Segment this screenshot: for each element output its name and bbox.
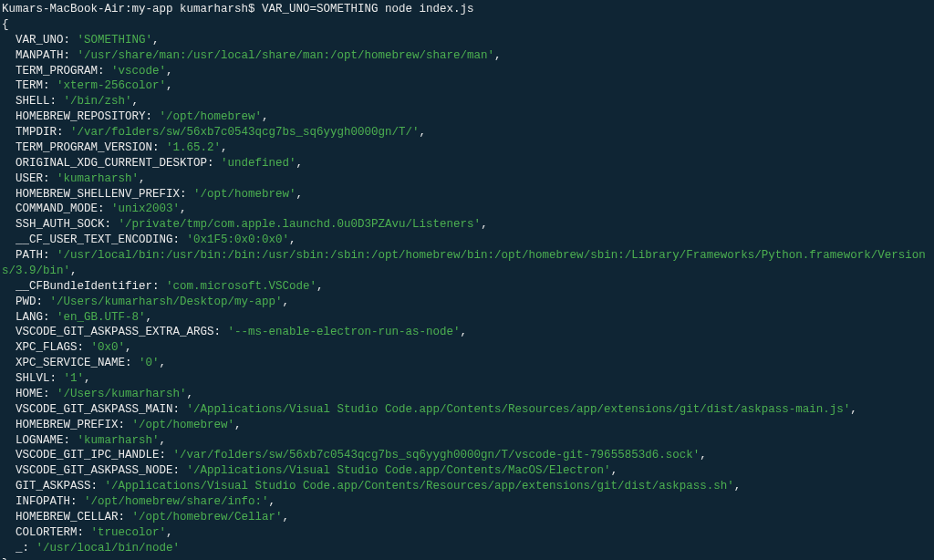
env-value: 'unix2003'	[111, 202, 180, 215]
env-value: '0x0'	[91, 341, 126, 354]
env-value: '1'	[64, 372, 85, 385]
env-key: INFOPATH	[16, 495, 70, 508]
env-key: VSCODE_GIT_ASKPASS_EXTRA_ARGS	[16, 326, 214, 338]
env-value: 'SOMETHING'	[78, 34, 153, 47]
env-line: HOMEBREW_REPOSITORY: '/opt/homebrew',	[2, 109, 934, 125]
env-key: LANG	[16, 311, 43, 324]
env-value: '/usr/local/bin:/usr/bin:/bin:/usr/sbin:…	[2, 249, 926, 277]
env-value: '/usr/share/man:/usr/local/share/man:/op…	[78, 49, 495, 62]
env-key: TMPDIR	[16, 126, 57, 139]
env-value: '0x1F5:0x0:0x0'	[187, 233, 290, 246]
env-line: __CF_USER_TEXT_ENCODING: '0x1F5:0x0:0x0'…	[2, 233, 934, 248]
env-value: '/opt/homebrew'	[193, 188, 296, 201]
env-line: VSCODE_GIT_ASKPASS_NODE: '/Applications/…	[2, 463, 934, 479]
env-key: SHLVL	[16, 372, 50, 385]
env-value: 'en_GB.UTF-8'	[57, 311, 146, 324]
env-line: VSCODE_GIT_ASKPASS_MAIN: '/Applications/…	[2, 402, 934, 418]
env-value: '/var/folders/sw/56xb7c0543qcg7bs_sq6yyg…	[173, 449, 700, 461]
env-key: XPC_FLAGS	[16, 341, 78, 354]
env-key: COLORTERM	[16, 526, 78, 539]
env-line: USER: 'kumarharsh',	[2, 171, 934, 187]
env-value: '/opt/homebrew/Cellar'	[132, 511, 283, 524]
env-key: VSCODE_GIT_IPC_HANDLE	[16, 449, 160, 461]
env-value: '0'	[139, 357, 160, 369]
env-key: MANPATH	[16, 49, 64, 62]
env-key: HOMEBREW_PREFIX	[16, 419, 119, 431]
env-key: USER	[16, 172, 43, 185]
env-key: VAR_UNO	[16, 34, 64, 47]
env-line: TERM_PROGRAM_VERSION: '1.65.2',	[2, 140, 934, 156]
env-line: LANG: 'en_GB.UTF-8',	[2, 310, 934, 326]
env-line: SHELL: '/bin/zsh',	[2, 94, 934, 109]
env-key: SHELL	[16, 95, 50, 108]
env-key: TERM_PROGRAM	[16, 65, 98, 78]
env-key: LOGNAME	[16, 434, 64, 447]
env-line: XPC_SERVICE_NAME: '0',	[2, 356, 934, 371]
env-value: 'undefined'	[221, 157, 296, 170]
env-value: '/Users/kumarharsh/Desktop/my-app'	[50, 296, 283, 308]
env-key: HOMEBREW_REPOSITORY	[16, 110, 146, 123]
env-value: '/opt/homebrew/share/info:'	[84, 495, 269, 508]
env-key: __CFBundleIdentifier	[16, 280, 152, 293]
env-line: INFOPATH: '/opt/homebrew/share/info:',	[2, 494, 934, 510]
env-key: VSCODE_GIT_ASKPASS_MAIN	[16, 403, 173, 416]
env-line: XPC_FLAGS: '0x0',	[2, 340, 934, 356]
env-line: COMMAND_MODE: 'unix2003',	[2, 202, 934, 217]
env-value: '/opt/homebrew'	[132, 419, 235, 431]
env-line: PWD: '/Users/kumarharsh/Desktop/my-app',	[2, 295, 934, 310]
env-value: '1.65.2'	[166, 141, 221, 154]
env-line: TERM: 'xterm-256color',	[2, 78, 934, 94]
env-key: TERM	[16, 79, 43, 92]
env-line: SSH_AUTH_SOCK: '/private/tmp/com.apple.l…	[2, 217, 934, 233]
env-line: HOME: '/Users/kumarharsh',	[2, 387, 934, 402]
env-value: '/Applications/Visual Studio Code.app/Co…	[187, 464, 611, 477]
env-key: HOMEBREW_CELLAR	[16, 511, 119, 524]
env-line: MANPATH: '/usr/share/man:/usr/local/shar…	[2, 48, 934, 64]
env-key: COMMAND_MODE	[16, 202, 98, 215]
env-line: ORIGINAL_XDG_CURRENT_DESKTOP: 'undefined…	[2, 156, 934, 171]
env-line: _: '/usr/local/bin/node'	[2, 541, 934, 556]
env-key: TERM_PROGRAM_VERSION	[16, 141, 152, 154]
terminal-output[interactable]: Kumars-MacBook-Air:my-app kumarharsh$ VA…	[2, 2, 934, 560]
env-value: 'com.microsoft.VSCode'	[166, 280, 317, 293]
env-value: '/private/tmp/com.apple.launchd.0u0D3PZA…	[119, 218, 482, 231]
env-value: '/opt/homebrew'	[160, 110, 263, 123]
env-line: GIT_ASKPASS: '/Applications/Visual Studi…	[2, 479, 934, 494]
env-line: COLORTERM: 'truecolor',	[2, 525, 934, 541]
env-key: PATH	[16, 249, 43, 262]
env-line: HOMEBREW_SHELLENV_PREFIX: '/opt/homebrew…	[2, 187, 934, 202]
env-key: HOMEBREW_SHELLENV_PREFIX	[16, 188, 180, 201]
env-line: __CFBundleIdentifier: 'com.microsoft.VSC…	[2, 279, 934, 295]
env-value: 'vscode'	[111, 65, 166, 78]
env-line: PATH: '/usr/local/bin:/usr/bin:/bin:/usr…	[2, 248, 934, 279]
env-key: VSCODE_GIT_ASKPASS_NODE	[16, 464, 173, 477]
env-value: '/Applications/Visual Studio Code.app/Co…	[187, 403, 851, 416]
open-brace: {	[2, 17, 934, 33]
env-value: '/bin/zsh'	[64, 95, 132, 108]
env-value: 'kumarharsh'	[57, 172, 139, 185]
env-key: __CF_USER_TEXT_ENCODING	[16, 233, 173, 246]
close-brace: }	[2, 556, 934, 561]
env-line: VSCODE_GIT_ASKPASS_EXTRA_ARGS: '--ms-ena…	[2, 325, 934, 340]
env-value: 'kumarharsh'	[78, 434, 160, 447]
env-line: TERM_PROGRAM: 'vscode',	[2, 64, 934, 79]
env-line: SHLVL: '1',	[2, 371, 934, 387]
env-line: TMPDIR: '/var/folders/sw/56xb7c0543qcg7b…	[2, 125, 934, 140]
env-key: XPC_SERVICE_NAME	[16, 357, 125, 369]
env-key: _	[16, 542, 23, 555]
env-value: '/Users/kumarharsh'	[57, 388, 187, 400]
env-value: '--ms-enable-electron-run-as-node'	[228, 326, 461, 338]
env-key: GIT_ASKPASS	[16, 480, 91, 493]
env-line: VSCODE_GIT_IPC_HANDLE: '/var/folders/sw/…	[2, 448, 934, 463]
env-value: '/Applications/Visual Studio Code.app/Co…	[105, 480, 734, 493]
env-line: VAR_UNO: 'SOMETHING',	[2, 33, 934, 48]
env-key: PWD	[16, 296, 36, 308]
env-value: '/usr/local/bin/node'	[36, 542, 181, 555]
command-prompt: Kumars-MacBook-Air:my-app kumarharsh$ VA…	[2, 2, 934, 17]
env-value: '/var/folders/sw/56xb7c0543qcg7bs_sq6yyg…	[70, 126, 420, 139]
env-key: SSH_AUTH_SOCK	[16, 218, 105, 231]
env-key: ORIGINAL_XDG_CURRENT_DESKTOP	[16, 157, 207, 170]
env-line: HOMEBREW_PREFIX: '/opt/homebrew',	[2, 418, 934, 433]
env-line: HOMEBREW_CELLAR: '/opt/homebrew/Cellar',	[2, 510, 934, 525]
env-object-body: VAR_UNO: 'SOMETHING', MANPATH: '/usr/sha…	[2, 33, 934, 556]
